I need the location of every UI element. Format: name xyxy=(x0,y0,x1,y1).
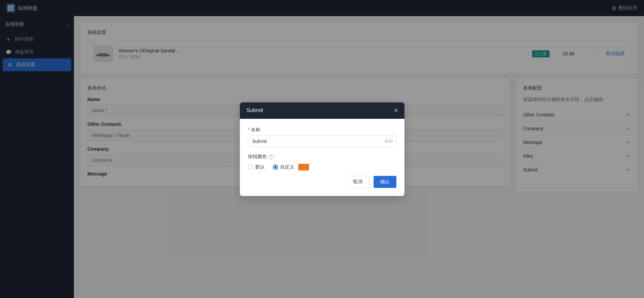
name-input-wrapper: 6/10 xyxy=(248,136,396,147)
radio-default-circle xyxy=(248,164,253,170)
char-count: 6/10 xyxy=(385,139,393,144)
color-default-label: 默认 xyxy=(255,164,265,170)
name-label-text: 名称 xyxy=(251,127,260,133)
modal-body: * 名称 6/10 按钮颜色 ? 默认 xyxy=(240,119,404,170)
modal-overlay: Submit × * 名称 6/10 按钮颜色 ? xyxy=(0,0,644,298)
modal-header: Submit × xyxy=(240,102,404,119)
color-section: 按钮颜色 ? 默认 自定义 xyxy=(248,154,396,170)
color-swatch[interactable] xyxy=(298,164,309,170)
help-icon[interactable]: ? xyxy=(269,154,274,159)
color-label: 按钮颜色 ? xyxy=(248,154,396,160)
cancel-button[interactable]: 取消 xyxy=(346,176,370,188)
name-field-label: * 名称 xyxy=(248,127,396,133)
color-options: 默认 自定义 xyxy=(248,164,396,170)
color-custom-label: 自定义 xyxy=(280,164,294,170)
radio-custom-circle xyxy=(273,164,278,170)
required-indicator: * xyxy=(248,127,250,133)
modal-close-button[interactable]: × xyxy=(394,107,398,114)
color-default-option[interactable]: 默认 xyxy=(248,164,265,170)
color-custom-option[interactable]: 自定义 xyxy=(273,164,309,170)
color-label-text: 按钮颜色 xyxy=(248,154,267,160)
confirm-button[interactable]: 确认 xyxy=(374,176,396,188)
modal-name-input[interactable] xyxy=(248,136,396,147)
submit-modal: Submit × * 名称 6/10 按钮颜色 ? xyxy=(240,102,404,196)
modal-footer: 取消 确认 xyxy=(240,170,404,196)
modal-title: Submit xyxy=(247,107,263,113)
